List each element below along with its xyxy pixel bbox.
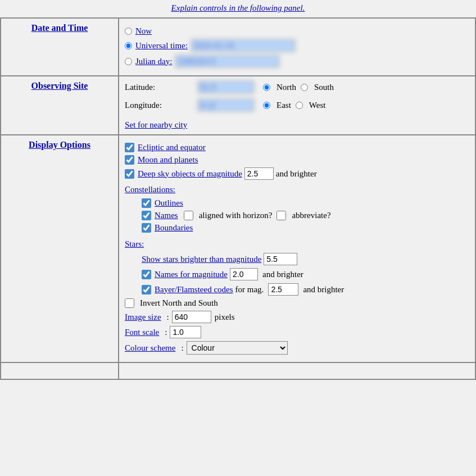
deep-sky-row: Deep sky objects of magnitude and bright… <box>125 167 469 180</box>
outlines-checkbox[interactable] <box>142 198 151 208</box>
ecliptic-link[interactable]: Ecliptic and equator <box>138 143 206 152</box>
deep-sky-mag-input[interactable] <box>244 167 274 180</box>
date-time-row: Date and Time Now Universal time: Julian… <box>1 18 475 76</box>
names-for-mag-brighter: and brighter <box>262 270 303 279</box>
constellations-link[interactable]: Constellations: <box>125 185 175 194</box>
universal-time-row: Universal time: <box>125 39 469 52</box>
west-label: West <box>309 101 326 110</box>
date-time-link[interactable]: Date and Time <box>31 23 88 33</box>
date-time-content: Now Universal time: Julian day: <box>119 18 475 76</box>
names-checkbox[interactable] <box>142 211 151 220</box>
south-radio[interactable] <box>301 84 308 91</box>
observing-site-row: Observing Site Latitude: North South Lon… <box>1 76 475 135</box>
names-for-mag-row: Names for magnitude and brighter <box>125 268 469 280</box>
boundaries-link[interactable]: Boundaries <box>155 223 193 233</box>
image-size-link[interactable]: Image size <box>125 312 161 322</box>
longitude-input[interactable] <box>198 99 254 111</box>
invert-checkbox[interactable] <box>125 298 134 308</box>
universal-time-radio[interactable] <box>125 42 132 49</box>
show-stars-mag-input[interactable] <box>264 253 297 265</box>
deep-sky-link[interactable]: Deep sky objects of magnitude <box>138 169 242 179</box>
latitude-input[interactable] <box>198 81 254 93</box>
invert-row: Invert North and South <box>125 298 469 308</box>
image-size-unit: pixels <box>215 312 235 322</box>
constellations-section: Constellations: <box>125 183 469 196</box>
bayer-mag-input[interactable] <box>268 283 298 296</box>
observing-site-link[interactable]: Observing Site <box>31 81 88 90</box>
aligned-checkbox[interactable] <box>184 211 193 220</box>
bayer-for: for mag. <box>235 285 264 294</box>
names-for-mag-link[interactable]: Names for magnitude <box>155 270 228 279</box>
north-label: North <box>276 83 296 92</box>
top-link-container: Explain controls in the following panel. <box>0 0 476 17</box>
main-table: Date and Time Now Universal time: Julian… <box>0 17 476 380</box>
east-radio[interactable] <box>263 102 270 109</box>
east-label: East <box>276 101 291 110</box>
invert-label: Invert North and South <box>140 298 218 308</box>
font-scale-link[interactable]: Font scale <box>125 328 159 337</box>
latitude-label: Latitude: <box>125 83 198 92</box>
abbreviate-checkbox[interactable] <box>276 211 286 220</box>
font-scale-input[interactable] <box>170 326 201 338</box>
set-city-link[interactable]: Set for nearby city <box>125 120 187 130</box>
observing-site-content: Latitude: North South Longitude: East We… <box>119 76 475 135</box>
longitude-row: Longitude: East West <box>125 99 469 111</box>
julian-day-input[interactable] <box>175 55 279 67</box>
observing-site-label-cell: Observing Site <box>1 76 119 135</box>
moon-planets-checkbox[interactable] <box>125 155 134 165</box>
boundaries-row: Boundaries <box>125 223 469 233</box>
explain-controls-link[interactable]: Explain controls in the following panel. <box>171 3 305 12</box>
image-size-input[interactable] <box>172 311 211 323</box>
bayer-link[interactable]: Bayer/Flamsteed codes <box>155 285 233 294</box>
font-scale-row: Font scale : <box>125 326 469 338</box>
last-row <box>1 362 475 379</box>
julian-day-radio[interactable] <box>125 58 132 65</box>
boundaries-checkbox[interactable] <box>142 223 151 233</box>
ecliptic-checkbox[interactable] <box>125 143 134 152</box>
show-stars-link[interactable]: Show stars brighter than magnitude <box>142 255 261 264</box>
names-row: Names aligned with horizon? abbreviate? <box>125 211 469 220</box>
north-radio[interactable] <box>263 84 270 91</box>
aligned-label: aligned with horizon? <box>199 211 273 220</box>
abbreviate-label: abbreviate? <box>292 211 330 220</box>
universal-time-input[interactable] <box>191 39 295 52</box>
colour-scheme-select[interactable]: Colour Monochrome Night vision <box>187 341 288 355</box>
moon-planets-row: Moon and planets <box>125 155 469 165</box>
last-row-content-cell <box>119 362 475 379</box>
date-time-label-cell: Date and Time <box>1 18 119 76</box>
now-row: Now <box>125 26 469 36</box>
display-options-content: Ecliptic and equator Moon and planets De… <box>119 135 475 362</box>
display-options-row: Display Options Ecliptic and equator Moo… <box>1 135 475 362</box>
colour-scheme-link[interactable]: Colour scheme <box>125 343 175 353</box>
west-radio[interactable] <box>296 102 303 109</box>
julian-day-link[interactable]: Julian day: <box>135 57 172 66</box>
now-radio[interactable] <box>125 28 132 35</box>
image-size-row: Image size : pixels <box>125 311 469 323</box>
south-label: South <box>314 83 334 92</box>
moon-planets-link[interactable]: Moon and planets <box>138 155 198 165</box>
bayer-row: Bayer/Flamsteed codes for mag. and brigh… <box>125 283 469 296</box>
ecliptic-row: Ecliptic and equator <box>125 143 469 152</box>
deep-sky-checkbox[interactable] <box>125 169 134 179</box>
stars-section: Stars: <box>125 236 469 250</box>
names-for-mag-input[interactable] <box>230 268 258 280</box>
bayer-brighter: and brighter <box>303 285 344 294</box>
universal-time-link[interactable]: Universal time: <box>135 41 188 51</box>
outlines-link[interactable]: Outlines <box>155 198 183 208</box>
deep-sky-brighter: and brighter <box>276 169 317 179</box>
show-stars-row: Show stars brighter than magnitude <box>125 253 469 265</box>
colour-scheme-row: Colour scheme : Colour Monochrome Night … <box>125 341 469 355</box>
display-options-label-cell: Display Options <box>1 135 119 362</box>
stars-link[interactable]: Stars: <box>125 239 144 249</box>
names-link[interactable]: Names <box>155 211 178 220</box>
now-link[interactable]: Now <box>135 26 152 36</box>
longitude-label: Longitude: <box>125 101 198 110</box>
bayer-checkbox[interactable] <box>142 285 151 294</box>
display-options-link[interactable]: Display Options <box>29 140 90 149</box>
julian-day-row: Julian day: <box>125 55 469 67</box>
longitude-radios: East West <box>263 101 325 110</box>
last-row-label-cell <box>1 362 119 379</box>
names-for-mag-checkbox[interactable] <box>142 270 151 279</box>
latitude-row: Latitude: North South <box>125 81 469 93</box>
latitude-radios: North South <box>263 83 334 92</box>
